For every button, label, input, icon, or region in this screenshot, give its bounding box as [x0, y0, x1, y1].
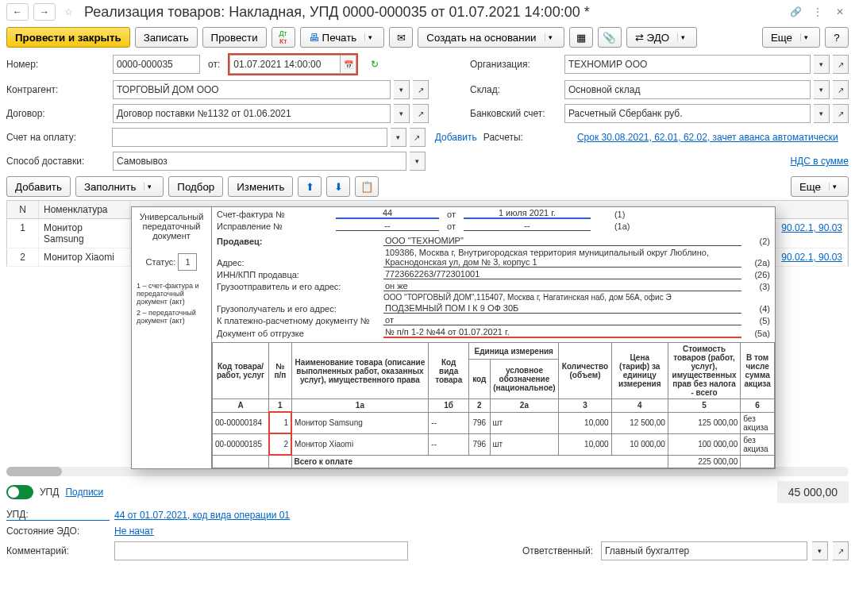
- comment-label: Комментарий:: [6, 545, 110, 556]
- upd2-label: УПД:: [6, 509, 110, 521]
- refresh-icon[interactable]: ↻: [366, 56, 383, 73]
- fill-button[interactable]: Заполнить: [75, 176, 164, 197]
- link-icon[interactable]: 🔗: [787, 3, 804, 21]
- account-link[interactable]: 90.02.1, 90.03: [781, 252, 842, 263]
- resp-open-icon[interactable]: ↗: [833, 541, 849, 560]
- close-icon[interactable]: ✕: [831, 3, 849, 21]
- invoice-dropdown-icon[interactable]: [391, 128, 406, 147]
- delivery-input[interactable]: Самовывоз: [113, 152, 406, 171]
- change-button[interactable]: Изменить: [228, 176, 293, 197]
- sklad-dropdown-icon[interactable]: [814, 80, 830, 99]
- post-button[interactable]: Провести: [202, 27, 267, 48]
- more-rows-button[interactable]: Еще: [791, 176, 849, 197]
- resp-label: Ответственный:: [522, 545, 593, 556]
- contr-dropdown-icon[interactable]: [394, 80, 410, 99]
- date-input[interactable]: 01.07.2021 14:00:00: [229, 55, 341, 74]
- upd-doc-link[interactable]: 44 от 01.07.2021, код вида операции 01: [114, 510, 290, 521]
- status-value: 1: [178, 253, 197, 271]
- kebab-icon[interactable]: ⋮: [809, 3, 826, 21]
- edo-button[interactable]: ⇄ ЭДО: [626, 27, 698, 48]
- upd-doc-title: Универсальный передаточный документ: [137, 212, 206, 241]
- add-row-button[interactable]: Добавить: [6, 176, 71, 197]
- bank-input[interactable]: Расчетный Сбербанк руб.: [564, 104, 811, 123]
- edo-state-label: Состояние ЭДО:: [6, 526, 110, 537]
- org-input[interactable]: ТЕХНОМИР ООО: [564, 55, 811, 74]
- dogovor-label: Договор:: [6, 108, 110, 119]
- resp-dropdown-icon[interactable]: [812, 541, 828, 560]
- invoice-table: Код товара/ работ, услуг № п/п Наименова…: [212, 342, 775, 468]
- print-button[interactable]: 🖶 Печать: [300, 27, 385, 48]
- window-title: Реализация товаров: Накладная, УПД 0000-…: [84, 4, 782, 21]
- calendar-icon[interactable]: 📅: [341, 55, 356, 74]
- sklad-open-icon[interactable]: ↗: [833, 80, 849, 99]
- contr-label: Контрагент:: [6, 84, 110, 95]
- reg-button[interactable]: ▦: [569, 27, 593, 48]
- number-label: Номер:: [6, 59, 110, 70]
- org-open-icon[interactable]: ↗: [833, 55, 849, 74]
- sklad-label: Склад:: [470, 84, 561, 95]
- email-button[interactable]: ✉: [389, 27, 413, 48]
- nav-back-button[interactable]: ←: [6, 3, 29, 21]
- dogovor-dropdown-icon[interactable]: [394, 104, 410, 123]
- upd-toggle[interactable]: [6, 485, 33, 499]
- invoice-input[interactable]: [112, 128, 387, 147]
- total-box: 45 000,00: [777, 481, 849, 503]
- help-button[interactable]: ?: [825, 27, 849, 48]
- org-label: Организация:: [470, 59, 561, 70]
- sign-link[interactable]: Подписи: [65, 487, 103, 498]
- resp-input[interactable]: Главный бухгалтер: [601, 541, 807, 560]
- dt-kt-button[interactable]: ДтКт: [272, 27, 295, 48]
- bank-dropdown-icon[interactable]: [814, 104, 830, 123]
- select-button[interactable]: Подбор: [168, 176, 223, 197]
- move-up-button[interactable]: ⬆: [298, 176, 322, 197]
- bank-label: Банковский счет:: [470, 108, 561, 119]
- sklad-input[interactable]: Основной склад: [564, 80, 811, 99]
- delivery-dropdown-icon[interactable]: [410, 152, 426, 171]
- print-preview-popup: Универсальный передаточный документ Стат…: [131, 206, 776, 469]
- org-dropdown-icon[interactable]: [814, 55, 830, 74]
- calc-label: Расчеты:: [483, 132, 574, 143]
- contr-input[interactable]: ТОРГОВЫЙ ДОМ ООО: [113, 80, 391, 99]
- copy-button[interactable]: 📋: [355, 176, 379, 197]
- post-and-close-button[interactable]: Провести и закрыть: [6, 27, 130, 48]
- account-link[interactable]: 90.02.1, 90.03: [781, 222, 842, 233]
- create-based-button[interactable]: Создать на основании: [418, 27, 564, 48]
- add-invoice-link[interactable]: Добавить: [435, 132, 477, 143]
- star-icon[interactable]: ☆: [60, 4, 76, 20]
- nds-link[interactable]: НДС в сумме: [790, 156, 849, 167]
- edo-state-link[interactable]: Не начат: [114, 526, 154, 537]
- contr-open-icon[interactable]: ↗: [413, 80, 429, 99]
- attach-button[interactable]: 📎: [598, 27, 622, 48]
- number-input[interactable]: 0000-000035: [113, 55, 200, 74]
- bank-open-icon[interactable]: ↗: [833, 104, 849, 123]
- move-down-button[interactable]: ⬇: [326, 176, 350, 197]
- upd-label: УПД: [40, 487, 59, 498]
- invoice-row: 00-00000184 1 Монитор Samsung -- 796 шт …: [213, 412, 775, 433]
- nav-forward-button[interactable]: →: [33, 3, 56, 21]
- invoice-label: Счет на оплату:: [6, 132, 109, 143]
- dogovor-input[interactable]: Договор поставки №1132 от 01.06.2021: [113, 104, 391, 123]
- from-label: от:: [208, 59, 220, 70]
- delivery-label: Способ доставки:: [6, 156, 110, 167]
- more-button[interactable]: Еще: [762, 27, 820, 48]
- comment-input[interactable]: [114, 541, 408, 560]
- calc-link[interactable]: Срок 30.08.2021, 62.01, 62.02, зачет ава…: [577, 132, 849, 143]
- dogovor-open-icon[interactable]: ↗: [413, 104, 429, 123]
- invoice-open-icon[interactable]: ↗: [410, 128, 426, 147]
- invoice-row: 00-00000185 2 Монитор Xiaomi -- 796 шт 1…: [213, 433, 775, 455]
- write-button[interactable]: Записать: [135, 27, 198, 48]
